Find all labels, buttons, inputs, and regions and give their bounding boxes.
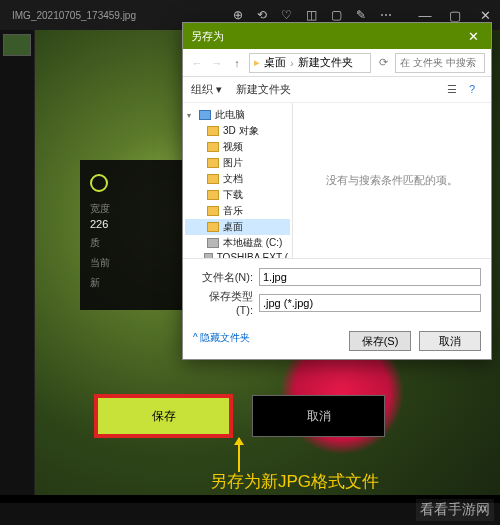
tree-node[interactable]: 下载 xyxy=(185,187,290,203)
maximize-button[interactable]: ▢ xyxy=(440,8,470,23)
app-toolbar: ⊕ ⟲ ♡ ◫ ▢ ✎ ⋯ xyxy=(233,8,400,22)
action-bar: 保存 取消 xyxy=(95,395,385,437)
open-filename: IMG_20210705_173459.jpg xyxy=(0,10,136,21)
tree-node-label: 下载 xyxy=(223,188,243,202)
tree-node[interactable]: TOSHIBA EXT ( xyxy=(185,251,290,258)
edit-icon[interactable]: ✎ xyxy=(356,8,366,22)
save-button[interactable]: 保存 xyxy=(95,395,232,437)
crumb-0[interactable]: 桌面 xyxy=(264,55,286,70)
more-icon[interactable]: ⋯ xyxy=(380,8,392,22)
view-options-icon[interactable]: ☰ xyxy=(447,83,461,97)
dialog-cancel-button[interactable]: 取消 xyxy=(419,331,481,351)
tree-node[interactable]: 文档 xyxy=(185,171,290,187)
dialog-nav: ← → ↑ ▸ 桌面 › 新建文件夹 ⟳ xyxy=(183,49,491,77)
filename-input[interactable] xyxy=(259,268,481,286)
new-label: 新 xyxy=(90,276,190,290)
slideshow-icon[interactable]: ▢ xyxy=(331,8,342,22)
minimize-button[interactable]: — xyxy=(410,8,440,23)
folder-tree[interactable]: ▾此电脑3D 对象视频图片文档下载音乐桌面本地磁盘 (C:)TOSHIBA EX… xyxy=(183,103,293,258)
tree-node-label: 桌面 xyxy=(223,220,243,234)
dialog-close-button[interactable]: ✕ xyxy=(463,29,483,44)
file-list-empty: 没有与搜索条件匹配的项。 xyxy=(293,103,491,258)
nav-back-button[interactable]: ← xyxy=(189,57,205,69)
thumbnail[interactable] xyxy=(3,34,31,56)
current-label: 当前 xyxy=(90,256,190,270)
dialog-titlebar: 另存为 ✕ xyxy=(183,23,491,49)
tree-node-label: 视频 xyxy=(223,140,243,154)
nav-refresh-button[interactable]: ⟳ xyxy=(375,56,391,69)
tree-node-label: 此电脑 xyxy=(215,108,245,122)
hide-folders-link[interactable]: ^ 隐藏文件夹 xyxy=(193,331,250,351)
nav-up-button[interactable]: ↑ xyxy=(229,57,245,69)
tree-node-label: 文档 xyxy=(223,172,243,186)
filename-label: 文件名(N): xyxy=(193,270,253,285)
dialog-toolbar: 组织 ▾ 新建文件夹 ☰ ? xyxy=(183,77,491,103)
tree-node[interactable]: ▾此电脑 xyxy=(185,107,290,123)
tree-node-label: 图片 xyxy=(223,156,243,170)
tree-node-label: 3D 对象 xyxy=(223,124,259,138)
close-button[interactable]: ✕ xyxy=(470,8,500,23)
tree-node[interactable]: 3D 对象 xyxy=(185,123,290,139)
tree-node-label: 本地磁盘 (C:) xyxy=(223,236,282,250)
tree-node[interactable]: 桌面 xyxy=(185,219,290,235)
dialog-fields: 文件名(N): 保存类型(T): xyxy=(183,258,491,325)
progress-ring-icon xyxy=(90,174,108,192)
save-as-dialog: 另存为 ✕ ← → ↑ ▸ 桌面 › 新建文件夹 ⟳ 组织 ▾ 新建文件夹 ☰ … xyxy=(182,22,492,360)
tree-node[interactable]: 图片 xyxy=(185,155,290,171)
rotate-icon[interactable]: ⟲ xyxy=(257,8,267,22)
nav-forward-button[interactable]: → xyxy=(209,57,225,69)
dialog-title: 另存为 xyxy=(191,29,224,44)
dialog-save-button[interactable]: 保存(S) xyxy=(349,331,411,351)
dialog-actions: ^ 隐藏文件夹 保存(S) 取消 xyxy=(183,325,491,359)
tree-node[interactable]: 本地磁盘 (C:) xyxy=(185,235,290,251)
filetype-label: 保存类型(T): xyxy=(193,289,253,316)
annotation-arrow-icon xyxy=(238,438,240,472)
new-folder-button[interactable]: 新建文件夹 xyxy=(236,82,291,97)
width-value: 226 xyxy=(90,218,190,230)
width-label: 宽度 xyxy=(90,202,190,216)
crumb-1[interactable]: 新建文件夹 xyxy=(298,55,353,70)
favorite-icon[interactable]: ♡ xyxy=(281,8,292,22)
cancel-button[interactable]: 取消 xyxy=(252,395,385,437)
filetype-select[interactable] xyxy=(259,294,481,312)
help-icon[interactable]: ? xyxy=(469,83,483,97)
tree-node-label: 音乐 xyxy=(223,204,243,218)
annotation-text: 另存为新JPG格式文件 xyxy=(210,470,379,493)
zoom-icon[interactable]: ⊕ xyxy=(233,8,243,22)
tree-node[interactable]: 视频 xyxy=(185,139,290,155)
thumbnail-strip xyxy=(0,30,35,495)
organize-menu[interactable]: 组织 ▾ xyxy=(191,82,222,97)
window-controls: — ▢ ✕ xyxy=(410,8,500,23)
dialog-body: ▾此电脑3D 对象视频图片文档下载音乐桌面本地磁盘 (C:)TOSHIBA EX… xyxy=(183,103,491,258)
watermark: 看看手游网 xyxy=(416,499,494,521)
breadcrumb[interactable]: ▸ 桌面 › 新建文件夹 xyxy=(249,53,371,73)
dialog-search-input[interactable] xyxy=(395,53,485,73)
crop-icon[interactable]: ◫ xyxy=(306,8,317,22)
tree-node[interactable]: 音乐 xyxy=(185,203,290,219)
quality-label: 质 xyxy=(90,236,190,250)
